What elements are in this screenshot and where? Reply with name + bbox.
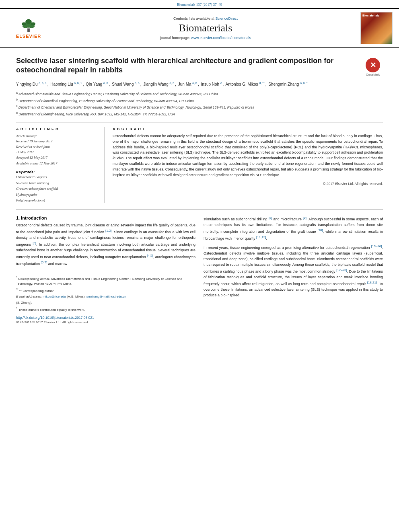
footnote-1: 1 These authors contributed equally to t… [16, 306, 195, 312]
journal-title: Biomaterials [55, 22, 356, 34]
body-right-column: stimulation such as subchondral drilling… [204, 216, 383, 324]
abstract-label: A B S T R A C T [113, 127, 383, 131]
article-info-label: A R T I C L E I N F O [16, 127, 99, 131]
contents-available-line: Contents lists available at ScienceDirec… [55, 16, 356, 21]
journal-reference: Biomaterials 137 (2017) 37–48 [0, 0, 399, 8]
email-link-2[interactable]: smzhang@mail.hust.edu.cn [86, 295, 126, 298]
body-section: 1. Introduction Osteochondral defects ca… [16, 216, 383, 324]
svg-point-4 [25, 19, 31, 24]
abstract-text: Osteochondral defects cannot be adequate… [113, 134, 383, 179]
journal-ref-text: Biomaterials 137 (2017) 37–48 [177, 2, 222, 6]
email-1-person: (A.G. Mikos), [67, 295, 86, 298]
crossmark-icon: ✕ [370, 61, 376, 70]
journal-title-section: Contents lists available at ScienceDirec… [55, 16, 356, 40]
article-info-column: A R T I C L E I N F O Article history: R… [16, 127, 105, 203]
crossmark-badge: ✕ CrossMark [363, 58, 383, 76]
sciencedirect-link[interactable]: ScienceDirect [216, 16, 238, 21]
article-content: Selective laser sintering scaffold with … [0, 48, 399, 332]
issn-line: 0142-9612/© 2017 Elsevier Ltd. All right… [16, 320, 195, 324]
homepage-label: journal homepage: [160, 36, 190, 40]
elsevier-wordmark: ELSEVIER [16, 34, 41, 39]
svg-rect-0 [27, 29, 30, 33]
revised-date: 11 May 2017 [16, 150, 99, 155]
author-7: Insup Noh c [201, 82, 222, 86]
ref-4-5[interactable]: [4,5] [147, 254, 153, 257]
cover-label: Biomaterials [362, 14, 379, 17]
keyword-4: Hydroxyapatite [16, 192, 99, 197]
author-6: Jun Ma a, b [178, 82, 197, 86]
crossmark-circle: ✕ [366, 58, 380, 72]
ref-3[interactable]: [3] [33, 241, 36, 245]
journal-header: ELSEVIER Contents lists available at Sci… [0, 8, 399, 48]
revised-label: Received in revised form [16, 144, 99, 150]
author-9: Shengmin Zhang a, b, * [268, 82, 307, 86]
copyright-line: © 2017 Elsevier Ltd. All rights reserved… [113, 181, 383, 187]
title-section: Selective laser sintering scaffold with … [16, 56, 383, 76]
ca-label-2: ** Corresponding author. [19, 289, 55, 292]
footnote-corresponding-2: ** ** Corresponding author. [16, 288, 195, 294]
author-4: Shuai Wang a, b [112, 82, 140, 86]
keyword-2: Selective laser sintering [16, 180, 99, 186]
contents-text: Contents lists available at [173, 16, 214, 21]
ref-8[interactable]: [8] [269, 216, 272, 220]
intro-paragraph-3: In recent years, tissue engineering emer… [204, 244, 383, 298]
svg-point-6 [31, 22, 35, 25]
introduction-heading: 1. Introduction [16, 216, 195, 220]
keyword-5: Poly(ε-caprolactone) [16, 197, 99, 203]
intro-paragraph-2: stimulation such as subchondral drilling… [204, 216, 383, 242]
ref-9[interactable]: [9] [303, 216, 306, 220]
accepted-date: Accepted 12 May 2017 [16, 155, 99, 161]
footnote-emails: E-mail addresses: mikos@rice.edu (A.G. M… [16, 294, 195, 299]
elsevier-logo-section: ELSEVIER [6, 17, 51, 39]
affiliation-a: a Advanced Biomaterials and Tissue Engin… [16, 91, 383, 97]
author-1: Yingying Du a, b, 1 [16, 82, 47, 86]
elsevier-logo: ELSEVIER [10, 17, 47, 39]
doi-link[interactable]: http://dx.doi.org/10.1016/j.biomaterials… [16, 316, 195, 320]
affiliations-section: a Advanced Biomaterials and Tissue Engin… [16, 91, 383, 117]
ref-10[interactable]: [10] [317, 228, 323, 232]
keywords-label: Keywords: [16, 170, 99, 174]
doi-url[interactable]: http://dx.doi.org/10.1016/j.biomaterials… [16, 316, 94, 320]
author-5: Jianglin Wang a, b [143, 82, 174, 86]
authors-line: Yingying Du a, b, 1, Haoming Liu a, b, 1… [16, 81, 383, 88]
svg-point-5 [22, 22, 26, 25]
crossmark-label: CrossMark [366, 73, 380, 76]
ref-11-12[interactable]: [11,12] [256, 235, 266, 239]
footnote-1-text: These authors contributed equally to thi… [19, 308, 85, 312]
keyword-list: Osteochondral defects Selective laser si… [16, 174, 99, 203]
author-2: Haoming Liu a, b, 1 [50, 82, 82, 86]
affiliation-c: c Department of Chemical and Biomolecula… [16, 104, 383, 110]
keywords-section: Keywords: Osteochondral defects Selectiv… [16, 170, 99, 203]
ref-13-16[interactable]: [13–16] [371, 244, 382, 248]
footnote-corresponding-1: * Corresponding author, Advanced Biomate… [16, 275, 195, 286]
homepage-link[interactable]: www.elsevier.com/locate/biomaterials [191, 36, 251, 40]
abstract-section: Osteochondral defects cannot be adequate… [113, 134, 383, 187]
ref-6-7[interactable]: [6,7] [41, 261, 47, 264]
section-title: Introduction [21, 216, 47, 220]
ref-18-21[interactable]: [18,21] [367, 281, 377, 284]
body-left-column: 1. Introduction Osteochondral defects ca… [16, 216, 195, 324]
author-8: Antonios G. Mikos d, ** [225, 82, 264, 86]
info-abstract-section: A R T I C L E I N F O Article history: R… [16, 123, 383, 203]
cover-image: Biomaterials [360, 12, 393, 44]
section-divider [16, 210, 383, 210]
footnotes-divider [16, 272, 64, 272]
abstract-column: A B S T R A C T Osteochondral defects ca… [113, 127, 383, 203]
homepage-line: journal homepage: www.elsevier.com/locat… [55, 36, 356, 40]
footnote-email-person-2: (S. Zhang). [16, 300, 195, 305]
elsevier-tree-icon [16, 18, 41, 33]
keyword-3: Gradient microsphere scaffold [16, 186, 99, 191]
history-label: Article history: [16, 134, 99, 139]
ref-1-2[interactable]: [1,2] [105, 229, 112, 232]
affiliation-d: d Department of Bioengineering, Rice Uni… [16, 111, 383, 117]
article-title: Selective laser sintering scaffold with … [16, 56, 359, 75]
available-online: Available online 12 May 2017 [16, 161, 99, 166]
journal-cover: Biomaterials [360, 12, 393, 44]
keyword-1: Osteochondral defects [16, 174, 99, 180]
email-link-1[interactable]: mikos@rice.edu [43, 295, 66, 298]
article-history: Article history: Received 18 January 201… [16, 134, 99, 166]
received-date: Received 18 January 2017 [16, 139, 99, 144]
ref-17-20[interactable]: [17–20] [336, 268, 347, 272]
affiliation-b: b Department of Biomedical Engineering, … [16, 98, 383, 104]
section-num: 1. [16, 216, 20, 220]
